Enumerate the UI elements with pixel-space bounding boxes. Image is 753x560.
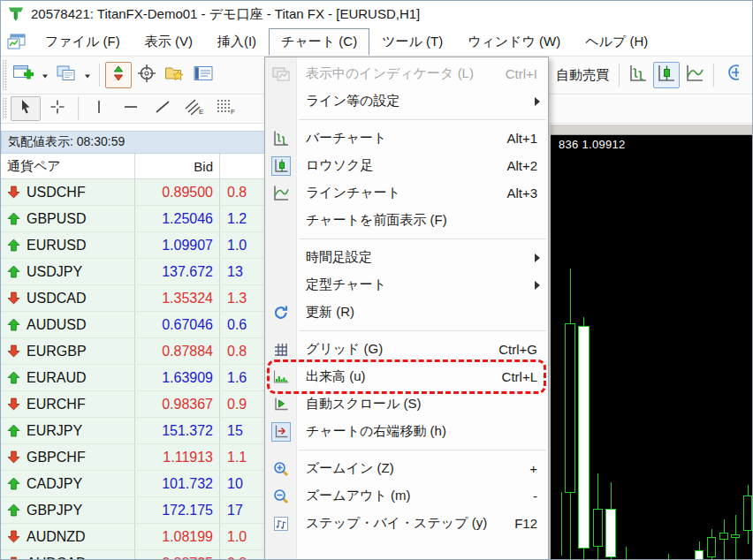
navigator-button[interactable] [162, 62, 188, 88]
bid-value: 1.35324 [135, 285, 220, 311]
mi-shift-icon [271, 422, 291, 442]
market-watch-row[interactable]: GBPCHF1.119131.1 [1, 444, 301, 471]
symbol-label: USDCAD [27, 291, 87, 306]
symbol-label: CADJPY [27, 476, 82, 492]
menu-item-candlesticks[interactable]: ロウソク足Alt+2 [265, 152, 548, 179]
symbol-label: GBPUSD [27, 211, 87, 227]
data-window-icon [137, 64, 156, 87]
candlestick-button[interactable] [653, 62, 680, 88]
menu-item-zoom-in[interactable]: ズームイン (Z)+ [265, 455, 548, 482]
new-chart-button[interactable] [11, 62, 37, 88]
mi-line-icon [271, 184, 291, 203]
market-watch-row[interactable]: AUDCAD0.887350.8 [1, 550, 301, 559]
bid-value: 0.67046 [135, 312, 220, 337]
market-watch-button[interactable] [105, 62, 132, 88]
column-header-bid[interactable]: Bid [135, 154, 220, 178]
menu-item-volumes[interactable]: 出来高 (u)Ctrl+L [265, 363, 548, 390]
arrow-down-icon [7, 450, 20, 464]
arrow-up-icon [7, 477, 20, 490]
auto-trading-button[interactable]: 自動売買 [551, 67, 614, 84]
market-watch-row[interactable]: AUDNZD1.081991.0 [1, 524, 301, 550]
new-chart-dropdown[interactable] [39, 62, 51, 88]
symbol-label: EURAUD [27, 370, 87, 386]
menu-item-autoscroll[interactable]: 自動スクロール (S) [265, 390, 548, 418]
menu-item-line-settings[interactable]: ライン等の設定 [265, 87, 548, 115]
bid-value: 151.372 [135, 418, 220, 443]
cursor-button[interactable] [11, 96, 41, 121]
menu-item-timeframes[interactable]: 時間足設定 [265, 244, 548, 271]
profiles-dropdown[interactable] [81, 62, 94, 88]
market-watch-row[interactable]: USDCHF0.895000.8 [1, 179, 301, 206]
menu-item-shortcut: Ctrl+L [502, 369, 537, 384]
market-watch-row[interactable]: EURGBP0.878840.8 [1, 338, 301, 365]
market-watch-row[interactable]: GBPUSD1.250461.2 [1, 206, 301, 232]
bid-value: 172.175 [135, 497, 220, 523]
market-watch-header: 通貨ペア Bid [1, 154, 301, 179]
fibonacci-button[interactable]: F [211, 96, 241, 121]
market-watch-row[interactable]: CADJPY101.73210 [1, 471, 301, 497]
crosshair-icon [49, 99, 65, 118]
bid-value: 1.08199 [135, 524, 220, 549]
candle-wick [668, 554, 669, 559]
menu-item-zoom-out[interactable]: ズームアウト (m)- [265, 482, 548, 510]
trendline-button[interactable] [148, 96, 178, 121]
market-watch-panel: 気配値表示: 08:30:59 通貨ペア Bid USDCHF0.895000.… [1, 125, 301, 559]
symbol-label: EURCHF [27, 397, 86, 412]
symbol-cell: USDJPY [1, 259, 135, 284]
market-watch-row[interactable]: GBPJPY172.17517 [1, 497, 301, 524]
menu-file[interactable]: ファイル (F) [33, 28, 133, 56]
mt4-window: 20578421: TitanFX-Demo01 - デモ口座 - Titan … [0, 0, 753, 560]
menu-help[interactable]: ヘルプ (H) [573, 28, 660, 56]
market-watch-row[interactable]: USDCAD1.353241.3 [1, 285, 301, 312]
arrow-down-icon [7, 397, 20, 411]
menu-item-step-by-step[interactable]: ステップ・バイ・ステップ (y)F12 [265, 510, 548, 537]
market-watch-row[interactable]: EURUSD1.099071.0 [1, 232, 301, 259]
channel-button[interactable]: E [179, 96, 209, 121]
mi-indicators-icon [271, 64, 291, 84]
crosshair-button[interactable] [42, 96, 72, 121]
menu-item-chart-shift[interactable]: チャートの右端移動 (h) [265, 418, 548, 445]
menu-window[interactable]: ウィンドウ (W) [455, 28, 573, 56]
bar-chart-button[interactable] [625, 62, 651, 88]
menu-chart[interactable]: チャート (C) [269, 28, 369, 56]
menu-item-refresh[interactable]: 更新 (R) [265, 299, 548, 326]
arrow-down-icon [7, 344, 20, 358]
terminal-button[interactable] [190, 62, 217, 88]
menu-item-chart-foreground[interactable]: チャートを前面表示 (F) [265, 207, 548, 234]
toolbar-grip[interactable] [3, 60, 7, 90]
chart-area[interactable]: 836 1.09912 [549, 125, 752, 559]
market-watch-row[interactable]: USDJPY137.67213 [1, 259, 301, 285]
menu-item-templates[interactable]: 定型チャート [265, 271, 548, 299]
menu-item-line-chart[interactable]: ラインチャートAlt+3 [265, 179, 548, 207]
profiles-button[interactable] [53, 62, 80, 88]
menu-tools[interactable]: ツール (T) [369, 28, 455, 56]
market-watch-row[interactable]: EURCHF0.983670.9 [1, 391, 301, 418]
market-watch-row[interactable]: AUDUSD0.670460.6 [1, 312, 301, 338]
zoom-in-button[interactable] [719, 62, 746, 88]
market-watch-row[interactable]: EURAUD1.639091.6 [1, 365, 301, 391]
market-watch-row[interactable]: EURJPY151.37215 [1, 418, 301, 444]
vertical-line-button[interactable] [84, 96, 114, 121]
arrow-up-icon [7, 212, 20, 225]
menu-insert[interactable]: 挿入(I) [205, 28, 269, 56]
zoom-circle-icon [726, 63, 739, 87]
toolbar-separator [619, 64, 620, 87]
titanfx-logo-icon [7, 5, 25, 23]
symbol-cell: EURCHF [1, 391, 135, 417]
line-chart-button[interactable] [681, 62, 708, 88]
column-header-symbol[interactable]: 通貨ペア [1, 154, 135, 178]
data-window-button[interactable] [133, 62, 160, 88]
menu-separator [299, 238, 546, 239]
menu-item-label: 更新 (R) [306, 304, 354, 321]
toolbar-grip[interactable] [3, 98, 7, 119]
chart-window-icon[interactable] [6, 33, 27, 50]
submenu-arrow-icon [535, 281, 540, 290]
arrow-down-icon [7, 556, 20, 559]
menu-item-shortcut: F12 [514, 516, 537, 531]
symbol-cell: GBPUSD [1, 206, 135, 231]
menu-item-grid[interactable]: グリッド (G)Ctrl+G [265, 336, 548, 363]
menu-view[interactable]: 表示 (V) [133, 28, 205, 56]
market-watch-caption[interactable]: 気配値表示: 08:30:59 [1, 131, 301, 154]
menu-item-bar-chart[interactable]: バーチャートAlt+1 [265, 125, 548, 152]
horizontal-line-button[interactable] [116, 96, 146, 121]
